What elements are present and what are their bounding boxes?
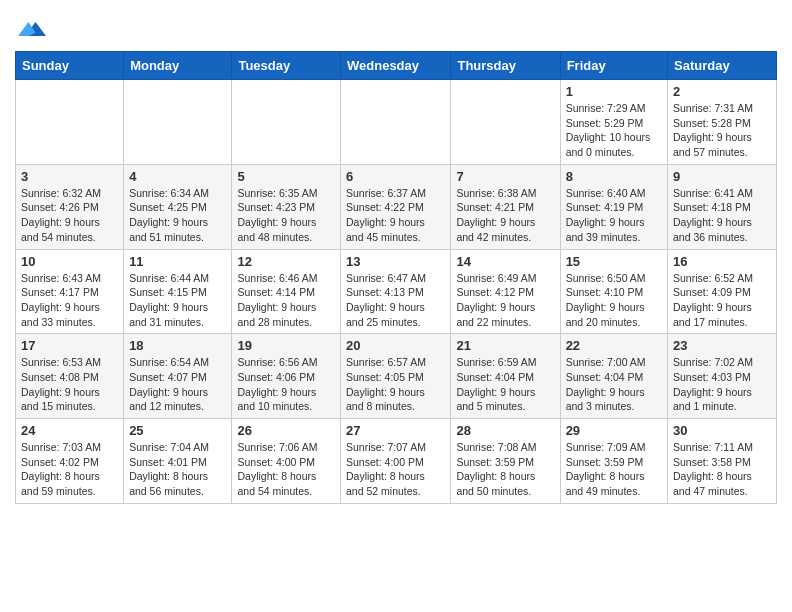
calendar-cell: 24Sunrise: 7:03 AMSunset: 4:02 PMDayligh… bbox=[16, 419, 124, 504]
calendar-cell bbox=[341, 80, 451, 165]
day-number: 17 bbox=[21, 338, 118, 353]
day-number: 28 bbox=[456, 423, 554, 438]
calendar-cell: 28Sunrise: 7:08 AMSunset: 3:59 PMDayligh… bbox=[451, 419, 560, 504]
day-info: Sunrise: 7:06 AMSunset: 4:00 PMDaylight:… bbox=[237, 440, 335, 499]
day-info: Sunrise: 7:00 AMSunset: 4:04 PMDaylight:… bbox=[566, 355, 662, 414]
day-info: Sunrise: 6:37 AMSunset: 4:22 PMDaylight:… bbox=[346, 186, 445, 245]
day-number: 24 bbox=[21, 423, 118, 438]
logo bbox=[15, 10, 46, 43]
day-number: 11 bbox=[129, 254, 226, 269]
calendar-cell: 8Sunrise: 6:40 AMSunset: 4:19 PMDaylight… bbox=[560, 164, 667, 249]
weekday-header-monday: Monday bbox=[124, 52, 232, 80]
calendar-cell: 19Sunrise: 6:56 AMSunset: 4:06 PMDayligh… bbox=[232, 334, 341, 419]
day-info: Sunrise: 7:09 AMSunset: 3:59 PMDaylight:… bbox=[566, 440, 662, 499]
day-number: 5 bbox=[237, 169, 335, 184]
day-number: 29 bbox=[566, 423, 662, 438]
calendar-cell: 21Sunrise: 6:59 AMSunset: 4:04 PMDayligh… bbox=[451, 334, 560, 419]
calendar-cell: 18Sunrise: 6:54 AMSunset: 4:07 PMDayligh… bbox=[124, 334, 232, 419]
day-number: 22 bbox=[566, 338, 662, 353]
calendar-cell: 30Sunrise: 7:11 AMSunset: 3:58 PMDayligh… bbox=[668, 419, 777, 504]
day-info: Sunrise: 7:29 AMSunset: 5:29 PMDaylight:… bbox=[566, 101, 662, 160]
calendar-week-row: 17Sunrise: 6:53 AMSunset: 4:08 PMDayligh… bbox=[16, 334, 777, 419]
day-info: Sunrise: 6:44 AMSunset: 4:15 PMDaylight:… bbox=[129, 271, 226, 330]
day-number: 7 bbox=[456, 169, 554, 184]
day-number: 4 bbox=[129, 169, 226, 184]
calendar-header-row: SundayMondayTuesdayWednesdayThursdayFrid… bbox=[16, 52, 777, 80]
day-number: 10 bbox=[21, 254, 118, 269]
day-number: 3 bbox=[21, 169, 118, 184]
day-info: Sunrise: 7:08 AMSunset: 3:59 PMDaylight:… bbox=[456, 440, 554, 499]
day-number: 23 bbox=[673, 338, 771, 353]
day-number: 25 bbox=[129, 423, 226, 438]
day-info: Sunrise: 6:32 AMSunset: 4:26 PMDaylight:… bbox=[21, 186, 118, 245]
calendar-week-row: 1Sunrise: 7:29 AMSunset: 5:29 PMDaylight… bbox=[16, 80, 777, 165]
calendar-cell: 7Sunrise: 6:38 AMSunset: 4:21 PMDaylight… bbox=[451, 164, 560, 249]
day-number: 30 bbox=[673, 423, 771, 438]
calendar-cell: 10Sunrise: 6:43 AMSunset: 4:17 PMDayligh… bbox=[16, 249, 124, 334]
day-info: Sunrise: 6:43 AMSunset: 4:17 PMDaylight:… bbox=[21, 271, 118, 330]
day-number: 27 bbox=[346, 423, 445, 438]
day-number: 2 bbox=[673, 84, 771, 99]
day-info: Sunrise: 6:41 AMSunset: 4:18 PMDaylight:… bbox=[673, 186, 771, 245]
day-info: Sunrise: 6:50 AMSunset: 4:10 PMDaylight:… bbox=[566, 271, 662, 330]
weekday-header-tuesday: Tuesday bbox=[232, 52, 341, 80]
calendar-cell: 22Sunrise: 7:00 AMSunset: 4:04 PMDayligh… bbox=[560, 334, 667, 419]
logo-icon bbox=[18, 15, 46, 43]
day-info: Sunrise: 6:47 AMSunset: 4:13 PMDaylight:… bbox=[346, 271, 445, 330]
day-number: 6 bbox=[346, 169, 445, 184]
day-info: Sunrise: 7:03 AMSunset: 4:02 PMDaylight:… bbox=[21, 440, 118, 499]
day-number: 20 bbox=[346, 338, 445, 353]
weekday-header-wednesday: Wednesday bbox=[341, 52, 451, 80]
calendar-week-row: 10Sunrise: 6:43 AMSunset: 4:17 PMDayligh… bbox=[16, 249, 777, 334]
day-info: Sunrise: 6:35 AMSunset: 4:23 PMDaylight:… bbox=[237, 186, 335, 245]
day-number: 12 bbox=[237, 254, 335, 269]
calendar-cell: 11Sunrise: 6:44 AMSunset: 4:15 PMDayligh… bbox=[124, 249, 232, 334]
day-info: Sunrise: 6:34 AMSunset: 4:25 PMDaylight:… bbox=[129, 186, 226, 245]
day-number: 16 bbox=[673, 254, 771, 269]
calendar-week-row: 24Sunrise: 7:03 AMSunset: 4:02 PMDayligh… bbox=[16, 419, 777, 504]
day-number: 8 bbox=[566, 169, 662, 184]
day-number: 21 bbox=[456, 338, 554, 353]
day-info: Sunrise: 7:02 AMSunset: 4:03 PMDaylight:… bbox=[673, 355, 771, 414]
weekday-header-saturday: Saturday bbox=[668, 52, 777, 80]
header bbox=[15, 10, 777, 43]
weekday-header-thursday: Thursday bbox=[451, 52, 560, 80]
calendar-cell: 5Sunrise: 6:35 AMSunset: 4:23 PMDaylight… bbox=[232, 164, 341, 249]
calendar-cell: 14Sunrise: 6:49 AMSunset: 4:12 PMDayligh… bbox=[451, 249, 560, 334]
page: SundayMondayTuesdayWednesdayThursdayFrid… bbox=[0, 0, 792, 519]
calendar-cell: 29Sunrise: 7:09 AMSunset: 3:59 PMDayligh… bbox=[560, 419, 667, 504]
calendar-cell: 1Sunrise: 7:29 AMSunset: 5:29 PMDaylight… bbox=[560, 80, 667, 165]
day-info: Sunrise: 7:11 AMSunset: 3:58 PMDaylight:… bbox=[673, 440, 771, 499]
day-info: Sunrise: 6:56 AMSunset: 4:06 PMDaylight:… bbox=[237, 355, 335, 414]
day-info: Sunrise: 6:54 AMSunset: 4:07 PMDaylight:… bbox=[129, 355, 226, 414]
day-number: 14 bbox=[456, 254, 554, 269]
calendar-cell bbox=[16, 80, 124, 165]
day-number: 9 bbox=[673, 169, 771, 184]
weekday-header-sunday: Sunday bbox=[16, 52, 124, 80]
calendar-cell: 12Sunrise: 6:46 AMSunset: 4:14 PMDayligh… bbox=[232, 249, 341, 334]
day-info: Sunrise: 6:49 AMSunset: 4:12 PMDaylight:… bbox=[456, 271, 554, 330]
day-info: Sunrise: 6:53 AMSunset: 4:08 PMDaylight:… bbox=[21, 355, 118, 414]
day-number: 1 bbox=[566, 84, 662, 99]
day-number: 26 bbox=[237, 423, 335, 438]
day-number: 15 bbox=[566, 254, 662, 269]
calendar-cell: 27Sunrise: 7:07 AMSunset: 4:00 PMDayligh… bbox=[341, 419, 451, 504]
calendar-cell: 6Sunrise: 6:37 AMSunset: 4:22 PMDaylight… bbox=[341, 164, 451, 249]
day-number: 19 bbox=[237, 338, 335, 353]
calendar-cell bbox=[232, 80, 341, 165]
calendar-cell: 26Sunrise: 7:06 AMSunset: 4:00 PMDayligh… bbox=[232, 419, 341, 504]
calendar-cell: 25Sunrise: 7:04 AMSunset: 4:01 PMDayligh… bbox=[124, 419, 232, 504]
calendar-cell: 23Sunrise: 7:02 AMSunset: 4:03 PMDayligh… bbox=[668, 334, 777, 419]
calendar-cell: 15Sunrise: 6:50 AMSunset: 4:10 PMDayligh… bbox=[560, 249, 667, 334]
day-info: Sunrise: 7:07 AMSunset: 4:00 PMDaylight:… bbox=[346, 440, 445, 499]
day-info: Sunrise: 7:04 AMSunset: 4:01 PMDaylight:… bbox=[129, 440, 226, 499]
calendar-table: SundayMondayTuesdayWednesdayThursdayFrid… bbox=[15, 51, 777, 504]
calendar-cell: 17Sunrise: 6:53 AMSunset: 4:08 PMDayligh… bbox=[16, 334, 124, 419]
calendar-cell: 4Sunrise: 6:34 AMSunset: 4:25 PMDaylight… bbox=[124, 164, 232, 249]
calendar-cell: 9Sunrise: 6:41 AMSunset: 4:18 PMDaylight… bbox=[668, 164, 777, 249]
calendar-cell bbox=[124, 80, 232, 165]
day-number: 13 bbox=[346, 254, 445, 269]
day-info: Sunrise: 7:31 AMSunset: 5:28 PMDaylight:… bbox=[673, 101, 771, 160]
calendar-cell bbox=[451, 80, 560, 165]
day-info: Sunrise: 6:52 AMSunset: 4:09 PMDaylight:… bbox=[673, 271, 771, 330]
